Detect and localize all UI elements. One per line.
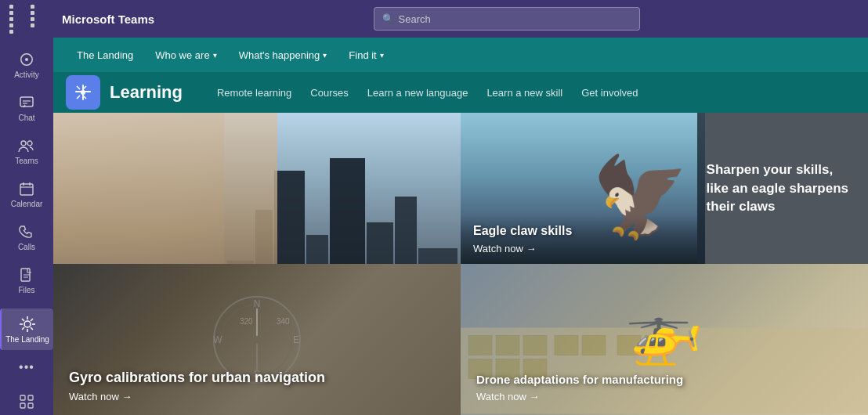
app-title: Microsoft Teams	[62, 13, 154, 26]
nav-bar: The Landing Who we are ▾ What's happenin…	[53, 38, 868, 72]
activity-label: Activity	[14, 70, 39, 79]
content-area: The Landing Who we are ▾ What's happenin…	[53, 38, 868, 415]
teams-icon	[17, 136, 36, 155]
app-name: Learning	[110, 82, 183, 103]
activity-icon	[17, 50, 36, 69]
svg-rect-27	[85, 91, 91, 92]
svg-point-13	[24, 321, 31, 327]
search-icon: 🔍	[382, 13, 394, 24]
sidebar-item-activity[interactable]: Activity	[0, 44, 53, 85]
sidebar-item-more[interactable]: •••	[0, 352, 53, 384]
app-logo	[66, 75, 100, 110]
app-nav-remote-learning[interactable]: Remote learning	[208, 72, 301, 113]
sidebar: Activity Chat Te	[0, 38, 53, 415]
more-icon: •••	[17, 358, 36, 377]
svg-rect-22	[20, 395, 25, 400]
svg-point-5	[27, 141, 32, 146]
svg-line-21	[22, 327, 24, 330]
svg-rect-6	[20, 184, 33, 195]
sidebar-item-calls[interactable]: Calls	[0, 216, 53, 258]
svg-point-0	[25, 58, 28, 61]
card-eagle[interactable]: 🦅 Sharpen your skills, like an eagle sha…	[461, 113, 868, 264]
svg-text:E: E	[293, 334, 299, 345]
svg-rect-45	[555, 336, 578, 355]
files-icon	[17, 265, 36, 284]
svg-rect-23	[28, 395, 33, 400]
gyro-watch-now[interactable]: Watch now →	[69, 391, 445, 402]
app-nav-get-involved[interactable]: Get involved	[572, 72, 647, 113]
landing-label: The Landing	[5, 335, 49, 344]
apps-icon	[17, 392, 36, 411]
app-nav-courses[interactable]: Courses	[301, 72, 357, 113]
teams-label: Teams	[15, 157, 38, 165]
eagle-card-title: Eagle claw skills	[473, 224, 685, 238]
drone-watch-now[interactable]: Watch now →	[476, 391, 852, 402]
drone-overlay: Drone adaptations for manufacturing Watc…	[461, 360, 868, 415]
search-bar[interactable]: 🔍 Search	[374, 7, 640, 31]
app-header: Learning Remote learning Courses Learn a…	[53, 72, 868, 113]
search-placeholder: Search	[399, 13, 431, 25]
nav-who-we-are[interactable]: Who we are ▾	[144, 38, 227, 72]
chevron-icon: ▾	[380, 51, 384, 60]
sidebar-item-apps[interactable]	[0, 386, 53, 415]
nav-find-it[interactable]: Find it ▾	[338, 38, 394, 72]
gyro-card-title: Gyro calibrations for urban navigation	[69, 370, 445, 386]
card-gyro[interactable]: N S W E 340 320 Gyro calibrations for ur…	[53, 264, 461, 415]
app-nav-learn-skill[interactable]: Learn a new skill	[477, 72, 572, 113]
svg-text:340: 340	[277, 317, 290, 326]
app-nav-learn-language[interactable]: Learn a new language	[358, 72, 478, 113]
sidebar-item-the-landing[interactable]: The Landing	[0, 309, 53, 350]
chevron-icon: ▾	[323, 51, 327, 60]
chat-icon	[17, 93, 36, 112]
eagle-overlay-text: Sharpen your skills, like an eagle sharp…	[707, 161, 859, 216]
svg-rect-26	[75, 91, 81, 92]
svg-line-18	[22, 319, 24, 321]
svg-line-20	[31, 319, 33, 321]
sidebar-item-chat[interactable]: Chat	[0, 87, 53, 128]
svg-rect-42	[468, 336, 492, 355]
chevron-icon: ▾	[213, 51, 217, 60]
svg-rect-29	[82, 94, 84, 100]
nav-the-landing[interactable]: The Landing	[66, 38, 144, 72]
svg-rect-25	[28, 403, 33, 408]
gyro-overlay: Gyro calibrations for urban navigation W…	[53, 357, 461, 415]
calendar-icon	[17, 179, 36, 198]
top-bar: Microsoft Teams 🔍 Search	[0, 0, 868, 38]
svg-text:W: W	[213, 334, 222, 345]
content-grid: 🦅 Sharpen your skills, like an eagle sha…	[53, 113, 868, 415]
svg-line-19	[31, 327, 33, 330]
svg-rect-24	[20, 403, 25, 408]
svg-rect-46	[582, 336, 606, 355]
svg-rect-28	[82, 85, 84, 91]
svg-point-4	[21, 141, 26, 146]
landing-icon	[18, 315, 37, 334]
eagle-text-panel: Sharpen your skills, like an eagle sharp…	[697, 113, 868, 264]
sidebar-item-files[interactable]: Files	[0, 259, 53, 301]
sidebar-item-teams[interactable]: Teams	[0, 130, 53, 171]
svg-point-30	[81, 90, 85, 95]
nav-whats-happening[interactable]: What's happening ▾	[228, 38, 338, 72]
svg-text:N: N	[254, 298, 261, 309]
svg-text:320: 320	[240, 317, 253, 326]
svg-rect-43	[496, 336, 519, 355]
chat-label: Chat	[18, 114, 34, 122]
calls-icon	[17, 222, 36, 241]
svg-rect-44	[523, 336, 547, 355]
calendar-label: Calendar	[11, 200, 43, 208]
app-grid-icon[interactable]	[9, 5, 49, 34]
drone-card-title: Drone adaptations for manufacturing	[476, 373, 852, 386]
card-drone[interactable]: 🚁 Drone adaptations for manufacturing Wa…	[461, 264, 868, 415]
files-label: Files	[18, 286, 34, 294]
sidebar-item-calendar[interactable]: Calendar	[0, 173, 53, 215]
calls-label: Calls	[18, 243, 35, 251]
eagle-card-overlay: Eagle claw skills Watch now →	[461, 215, 697, 264]
svg-rect-1	[20, 97, 33, 106]
drone-figure: 🚁	[625, 294, 703, 368]
main-layout: Activity Chat Te	[0, 38, 868, 415]
eagle-watch-now[interactable]: Watch now →	[473, 243, 685, 254]
